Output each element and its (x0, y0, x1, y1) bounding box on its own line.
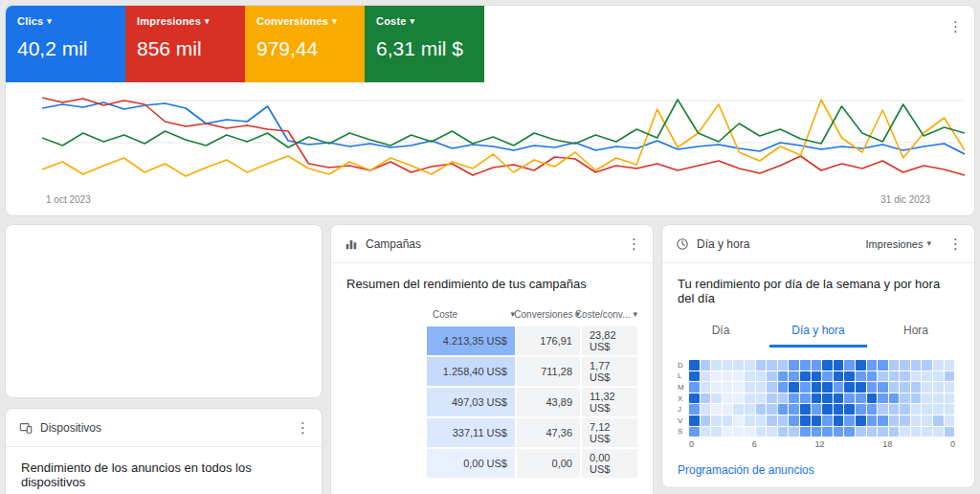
scorecard-metric-dropdown[interactable]: Clics▾ (17, 15, 114, 27)
heatmap-cell[interactable] (789, 371, 799, 382)
heatmap-cell[interactable] (911, 415, 922, 426)
heatmap-cell[interactable] (745, 404, 755, 415)
heatmap-cell[interactable] (723, 382, 733, 393)
heatmap-cell[interactable] (733, 371, 744, 382)
heatmap-cell[interactable] (812, 404, 822, 415)
heatmap-cell[interactable] (822, 393, 833, 404)
heatmap-cell[interactable] (723, 393, 733, 404)
heatmap-cell[interactable] (933, 393, 944, 404)
heatmap-cell[interactable] (922, 404, 932, 415)
heatmap-cell[interactable] (911, 404, 922, 415)
heatmap-cell[interactable] (767, 371, 777, 382)
ad-schedule-link[interactable]: Programación de anuncios (662, 449, 974, 488)
heatmap-cell[interactable] (745, 360, 755, 370)
heatmap-cell[interactable] (922, 382, 932, 393)
heatmap-cell[interactable] (878, 382, 888, 393)
heatmap-cell[interactable] (756, 404, 767, 415)
heatmap-cell[interactable] (812, 393, 822, 404)
heatmap-cell[interactable] (812, 371, 822, 382)
campaign-table-row[interactable]: 337,11 US$47,367,12 US$ (345, 418, 639, 447)
heatmap-cell[interactable] (945, 382, 955, 393)
heatmap-cell[interactable] (689, 427, 700, 438)
heatmap-cell[interactable] (789, 404, 799, 415)
tab-dia-y-hora[interactable]: Día y hora (769, 315, 867, 348)
heatmap-cell[interactable] (822, 427, 833, 438)
heatmap-cell[interactable] (711, 360, 722, 370)
day-hour-menu-button[interactable]: ⋮ (943, 233, 969, 255)
heatmap-cell[interactable] (945, 404, 955, 415)
heatmap-cell[interactable] (822, 371, 833, 382)
scorecard-clics[interactable]: Clics▾40,2 mil (6, 6, 125, 82)
heatmap-cell[interactable] (745, 393, 755, 404)
heatmap-cell[interactable] (756, 371, 767, 382)
heatmap-cell[interactable] (711, 393, 722, 404)
heatmap-cell[interactable] (922, 371, 932, 382)
heatmap-cell[interactable] (789, 382, 799, 393)
heatmap-cell[interactable] (867, 371, 878, 382)
heatmap-cell[interactable] (900, 393, 910, 404)
heatmap-cell[interactable] (723, 371, 733, 382)
heatmap-cell[interactable] (800, 360, 811, 370)
tab-dia[interactable]: Día (672, 315, 769, 348)
heatmap-cell[interactable] (945, 415, 955, 426)
heatmap-cell[interactable] (800, 404, 811, 415)
heatmap-cell[interactable] (701, 427, 711, 438)
heatmap-cell[interactable] (933, 371, 944, 382)
heatmap-cell[interactable] (733, 360, 744, 370)
heatmap-cell[interactable] (922, 415, 932, 426)
heatmap-cell[interactable] (800, 393, 811, 404)
scorecard-metric-dropdown[interactable]: Impresiones▾ (137, 15, 234, 27)
overview-menu-button[interactable]: ⋮ (943, 15, 969, 37)
heatmap-cell[interactable] (812, 415, 822, 426)
heatmap-cell[interactable] (789, 393, 799, 404)
heatmap-cell[interactable] (689, 371, 700, 382)
heatmap-cell[interactable] (867, 415, 878, 426)
heatmap-cell[interactable] (900, 382, 910, 393)
campaigns-menu-button[interactable]: ⋮ (621, 233, 647, 255)
heatmap-cell[interactable] (933, 404, 944, 415)
scorecard-coste[interactable]: Coste▾6,31 mil $ (365, 6, 484, 82)
heatmap-cell[interactable] (933, 427, 944, 438)
heatmap-cell[interactable] (867, 427, 878, 438)
heatmap-cell[interactable] (789, 415, 799, 426)
scorecard-metric-dropdown[interactable]: Conversiones▾ (256, 15, 353, 27)
heatmap-cell[interactable] (945, 427, 955, 438)
heatmap-cell[interactable] (867, 382, 878, 393)
heatmap-cell[interactable] (900, 415, 910, 426)
heatmap-cell[interactable] (767, 393, 777, 404)
campaign-table-row[interactable]: 4.213,35 US$176,9123,82 US$ (345, 326, 639, 355)
heatmap-cell[interactable] (867, 404, 878, 415)
heatmap-cell[interactable] (778, 415, 789, 426)
heatmap-cell[interactable] (856, 404, 866, 415)
heatmap-cell[interactable] (844, 427, 855, 438)
heatmap-cell[interactable] (767, 382, 777, 393)
heatmap-cell[interactable] (701, 371, 711, 382)
heatmap-cell[interactable] (733, 415, 744, 426)
heatmap-cell[interactable] (822, 382, 833, 393)
column-header-coste-conv[interactable]: Coste/conv... ▾ (582, 309, 637, 320)
heatmap-cell[interactable] (800, 427, 811, 438)
heatmap-cell[interactable] (933, 360, 944, 370)
campaign-table-row[interactable]: 1.258,40 US$711,281,77 US$ (345, 357, 639, 386)
heatmap-cell[interactable] (933, 382, 944, 393)
heatmap-cell[interactable] (756, 415, 767, 426)
heatmap-cell[interactable] (922, 360, 932, 370)
heatmap-cell[interactable] (800, 371, 811, 382)
heatmap-cell[interactable] (900, 427, 910, 438)
heatmap-cell[interactable] (812, 360, 822, 370)
heatmap-cell[interactable] (733, 427, 744, 438)
heatmap-cell[interactable] (711, 415, 722, 426)
heatmap-cell[interactable] (711, 427, 722, 438)
heatmap-cell[interactable] (889, 404, 900, 415)
heatmap-cell[interactable] (701, 360, 711, 370)
heatmap-cell[interactable] (911, 427, 922, 438)
heatmap-cell[interactable] (745, 415, 755, 426)
heatmap-cell[interactable] (767, 360, 777, 370)
heatmap-cell[interactable] (834, 371, 844, 382)
heatmap-cell[interactable] (900, 404, 910, 415)
heatmap-cell[interactable] (900, 371, 910, 382)
heatmap-cell[interactable] (733, 404, 744, 415)
heatmap-cell[interactable] (911, 393, 922, 404)
scorecard-conversiones[interactable]: Conversiones▾979,44 (245, 6, 365, 82)
heatmap-cell[interactable] (701, 415, 711, 426)
